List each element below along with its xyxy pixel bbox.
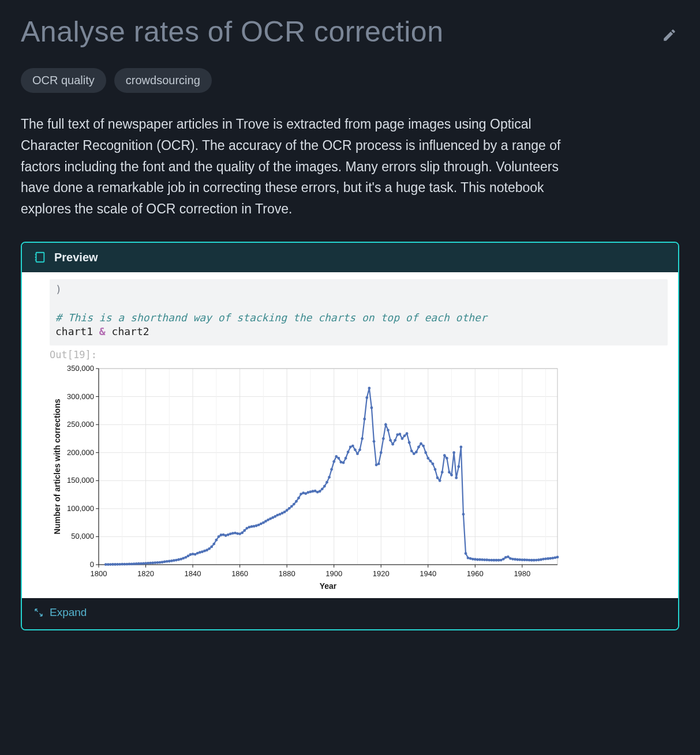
svg-point-259 [542,558,545,561]
svg-point-260 [544,558,547,561]
svg-point-263 [551,557,554,559]
svg-point-123 [222,534,225,536]
svg-point-255 [533,559,536,562]
code-paren: ) [55,283,62,295]
svg-point-157 [302,491,305,494]
svg-point-124 [224,534,227,537]
svg-text:1940: 1940 [420,569,436,578]
svg-point-223 [457,465,460,468]
svg-point-199 [401,437,404,440]
svg-point-149 [283,510,286,513]
svg-point-142 [267,519,269,521]
svg-text:1840: 1840 [185,569,201,578]
chart-container: 050,000100,000150,000200,000250,000300,0… [50,362,668,592]
svg-point-261 [546,557,549,560]
svg-point-108 [187,555,190,558]
svg-point-110 [192,553,194,555]
svg-point-95 [156,561,159,564]
output-label: Out[19]: [50,349,668,360]
svg-point-112 [196,552,199,555]
svg-point-154 [295,500,298,503]
svg-point-246 [511,558,514,561]
svg-point-140 [262,521,265,524]
svg-point-212 [432,463,435,465]
svg-point-118 [210,546,213,549]
svg-point-151 [288,507,291,510]
svg-text:50,000: 50,000 [71,532,94,541]
svg-point-262 [549,557,552,560]
svg-point-141 [264,520,267,523]
svg-point-164 [319,490,321,493]
svg-point-204 [413,452,415,455]
svg-point-155 [297,497,300,499]
svg-rect-0 [36,253,44,262]
svg-point-120 [215,539,218,542]
svg-point-135 [250,525,253,528]
svg-point-106 [182,557,185,560]
code-cell: ) # This is a shorthand way of stacking … [50,279,668,345]
preview-body: ) # This is a shorthand way of stacking … [22,272,678,598]
page-title: Analyse rates of OCR correction [21,15,443,48]
svg-point-88 [140,562,143,565]
svg-point-229 [471,558,474,561]
svg-point-125 [227,534,230,536]
svg-point-264 [554,557,557,559]
edit-icon[interactable] [662,28,677,43]
expand-link[interactable]: Expand [50,606,87,619]
svg-point-139 [260,523,263,525]
notebook-icon [33,251,46,264]
code-amp: & [99,325,106,337]
svg-point-113 [199,551,201,554]
svg-point-232 [478,558,481,561]
svg-point-205 [415,451,418,454]
svg-point-194 [389,439,392,442]
svg-point-227 [467,557,470,559]
svg-point-178 [351,445,354,448]
svg-point-188 [375,464,378,467]
svg-point-181 [358,449,361,452]
svg-point-102 [173,559,175,562]
svg-point-130 [238,532,241,535]
svg-text:1900: 1900 [325,569,342,578]
svg-text:Year: Year [320,581,337,591]
expand-icon [33,607,44,618]
preview-label: Preview [54,251,98,264]
svg-point-103 [175,559,178,562]
svg-point-185 [368,387,370,390]
code-comment: # This is a shorthand way of stacking th… [55,311,487,324]
svg-text:1980: 1980 [514,569,530,578]
svg-point-147 [279,513,282,516]
svg-point-208 [422,445,425,448]
svg-point-111 [194,553,197,556]
svg-point-159 [306,491,309,494]
svg-point-220 [450,474,453,476]
svg-point-137 [255,524,258,527]
svg-point-177 [349,446,352,449]
code-rhs: chart2 [106,325,149,337]
svg-point-98 [163,561,166,564]
svg-point-265 [556,556,559,559]
svg-point-197 [396,433,399,436]
svg-point-211 [429,460,432,463]
svg-point-158 [304,492,307,495]
svg-text:300,000: 300,000 [67,392,94,401]
svg-point-100 [168,560,171,563]
tag-ocr-quality[interactable]: OCR quality [21,68,106,93]
svg-point-131 [241,531,244,534]
svg-point-122 [220,534,223,536]
svg-point-163 [316,491,319,494]
svg-point-86 [135,562,138,565]
svg-point-146 [276,514,279,517]
svg-point-132 [243,529,246,532]
svg-point-180 [356,452,359,455]
svg-point-209 [424,451,427,454]
svg-point-153 [293,503,295,506]
svg-point-85 [133,562,136,565]
svg-point-93 [151,562,154,565]
svg-point-168 [328,476,331,479]
svg-point-200 [403,434,406,437]
svg-text:200,000: 200,000 [67,448,94,457]
svg-point-169 [330,468,333,471]
code-lhs: chart1 [55,325,99,337]
tag-crowdsourcing[interactable]: crowdsourcing [114,68,212,93]
